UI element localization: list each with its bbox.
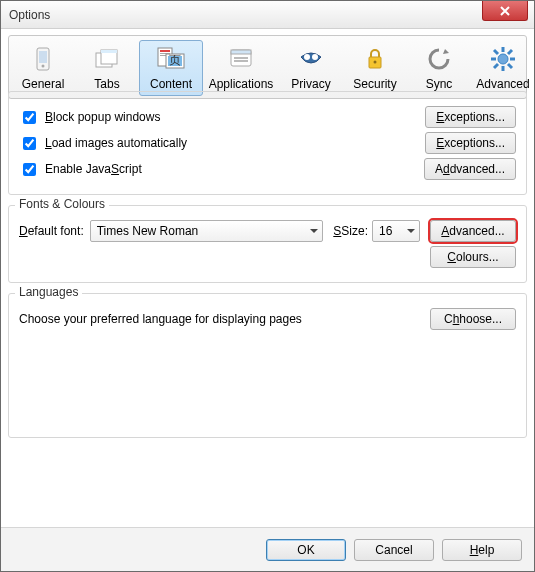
tab-applications[interactable]: Applications [203,40,279,96]
svg-text:页: 页 [169,53,181,67]
content-icon: 页 [155,43,187,75]
tab-label: Applications [204,77,278,91]
checkbox-block-popups[interactable] [23,111,36,124]
languages-group: Languages Choose your preferred language… [8,293,527,438]
font-size-select[interactable]: 16 [372,220,420,242]
svg-line-26 [494,50,498,54]
row-load-images: Load images automatically Exceptions... [19,132,516,154]
fonts-advanced-button[interactable]: Advanced... [430,220,516,242]
advanced-icon [487,43,519,75]
tab-label: Content [140,77,202,91]
tab-label: Tabs [76,77,138,91]
label-enable-javascript: Enable JavaScript [45,162,142,176]
row-colours: Colours... [19,246,516,268]
svg-point-17 [304,54,310,60]
svg-rect-15 [234,57,248,59]
exceptions-popups-button[interactable]: Exceptions... [425,106,516,128]
tab-privacy[interactable]: Privacy [279,40,343,96]
group-title-languages: Languages [15,285,82,299]
exceptions-images-button[interactable]: Exceptions... [425,132,516,154]
default-font-select[interactable]: Times New Roman [90,220,324,242]
svg-line-28 [508,50,512,54]
svg-line-29 [494,64,498,68]
default-font-value: Times New Roman [97,224,199,238]
ok-button[interactable]: OK [266,539,346,561]
category-toolbar: General Tabs 页 Content Applications Priv… [8,35,527,99]
label-block-popups: Block popup windows [45,110,160,124]
tab-label: Security [344,77,406,91]
applications-icon [225,43,257,75]
options-window: Options General Tabs 页 Content [0,0,535,572]
privacy-icon [295,43,327,75]
colours-button[interactable]: Colours... [430,246,516,268]
svg-rect-1 [39,51,47,63]
choose-language-button[interactable]: Chhoose... [430,308,516,330]
languages-description: Choose your preferred language for displ… [19,312,302,326]
row-default-font: Default font: Times New Roman SSize: 16 … [19,220,516,242]
tab-general[interactable]: General [11,40,75,96]
tab-sync[interactable]: Sync [407,40,471,96]
dialog-footer: OK Cancel Help [1,527,534,571]
row-languages: Choose your preferred language for displ… [19,308,516,330]
tab-label: General [12,77,74,91]
label-size: SSize: [333,224,368,238]
tab-security[interactable]: Security [343,40,407,96]
tab-advanced[interactable]: Advanced [471,40,535,96]
tab-label: Advanced [472,77,534,91]
svg-point-18 [312,54,318,60]
tab-content[interactable]: 页 Content [139,40,203,96]
chevron-down-icon [310,229,318,233]
svg-point-21 [498,54,508,64]
group-title-fonts: Fonts & Colours [15,197,109,211]
checkbox-load-images[interactable] [23,137,36,150]
fonts-colours-group: Fonts & Colours Default font: Times New … [8,205,527,283]
svg-rect-5 [101,50,117,53]
sync-icon [423,43,455,75]
svg-rect-7 [160,50,170,52]
tabs-icon [91,43,123,75]
svg-rect-14 [231,50,251,54]
cancel-button[interactable]: Cancel [354,539,434,561]
close-icon [500,6,510,16]
content-panel: Block popup windows Exceptions... Load i… [8,91,527,527]
svg-rect-16 [234,60,248,62]
row-block-popups: Block popup windows Exceptions... [19,106,516,128]
label-load-images: Load images automatically [45,136,187,150]
help-button[interactable]: Help [442,539,522,561]
tab-tabs[interactable]: Tabs [75,40,139,96]
checkbox-enable-javascript[interactable] [23,163,36,176]
security-icon [359,43,391,75]
general-icon [27,43,59,75]
label-default-font: Default font: [19,224,84,238]
svg-line-27 [508,64,512,68]
chevron-down-icon [407,229,415,233]
svg-point-20 [374,61,377,64]
row-enable-javascript: Enable JavaScript Addvanced... [19,158,516,180]
titlebar: Options [1,1,534,29]
advanced-js-button[interactable]: Addvanced... [424,158,516,180]
window-title: Options [9,8,50,22]
content-options-group: Block popup windows Exceptions... Load i… [8,91,527,195]
close-button[interactable] [482,1,528,21]
svg-point-2 [42,65,45,68]
tab-label: Sync [408,77,470,91]
font-size-value: 16 [379,224,392,238]
tab-label: Privacy [280,77,342,91]
